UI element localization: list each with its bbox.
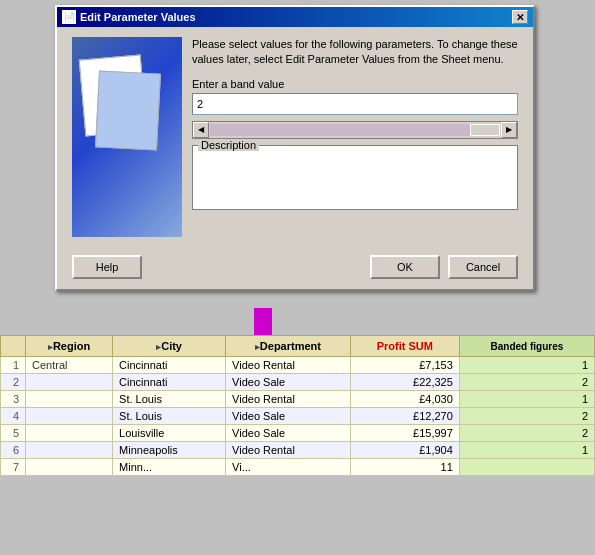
cell-banded: 1	[459, 357, 594, 374]
table-row: 7 Minn... Vi... 11	[1, 459, 595, 476]
data-table: ▸ Region ▸ City ▸ Department Profit SUM …	[0, 335, 595, 476]
table-row: 6 Minneapolis Video Rental £1,904 1	[1, 442, 595, 459]
cell-city: Minn...	[113, 459, 226, 476]
cell-rownum: 4	[1, 408, 26, 425]
sort-icon: ▸	[156, 342, 161, 352]
cell-region	[26, 425, 113, 442]
table-body: 1 Central Cincinnati Video Rental £7,153…	[1, 357, 595, 476]
cell-rownum: 5	[1, 425, 26, 442]
cell-region	[26, 459, 113, 476]
scroll-left-button[interactable]: ◀	[193, 122, 209, 138]
cell-department: Video Sale	[226, 408, 351, 425]
cancel-button[interactable]: Cancel	[448, 255, 518, 279]
cell-city: Minneapolis	[113, 442, 226, 459]
cell-department: Video Rental	[226, 391, 351, 408]
description-group: Description	[192, 145, 518, 210]
cell-banded: 1	[459, 391, 594, 408]
cell-banded: 2	[459, 374, 594, 391]
col-header-department[interactable]: ▸ Department	[226, 336, 351, 357]
col-header-banded: Banded figures	[459, 336, 594, 357]
dialog-title: Edit Parameter Values	[80, 11, 196, 23]
cell-department: Video Rental	[226, 442, 351, 459]
dialog-buttons: Help OK Cancel	[57, 247, 533, 289]
input-label: Enter a band value	[192, 78, 518, 90]
table-row: 1 Central Cincinnati Video Rental £7,153…	[1, 357, 595, 374]
cell-banded: 1	[459, 442, 594, 459]
cell-department: Vi...	[226, 459, 351, 476]
dialog-content: Please select values for the following p…	[192, 37, 518, 237]
sort-icon: ▸	[48, 342, 53, 352]
cell-profit: £12,270	[350, 408, 459, 425]
cell-region	[26, 442, 113, 459]
close-button[interactable]: ✕	[512, 10, 528, 24]
cell-profit: £15,997	[350, 425, 459, 442]
cell-profit: 11	[350, 459, 459, 476]
btn-group-right: OK Cancel	[370, 255, 518, 279]
scroll-thumb	[470, 124, 500, 136]
cell-profit: £1,904	[350, 442, 459, 459]
cell-rownum: 6	[1, 442, 26, 459]
dialog-icon-area	[72, 37, 182, 237]
titlebar-left: 📄 Edit Parameter Values	[62, 10, 196, 24]
cell-profit: £7,153	[350, 357, 459, 374]
title-icon: 📄	[62, 10, 76, 24]
col-header-city[interactable]: ▸ City	[113, 336, 226, 357]
cell-department: Video Sale	[226, 425, 351, 442]
data-table-container: ▸ Region ▸ City ▸ Department Profit SUM …	[0, 335, 595, 555]
cell-region	[26, 408, 113, 425]
edit-parameter-dialog: 📄 Edit Parameter Values ✕ Please select …	[55, 5, 535, 291]
scroll-track[interactable]	[210, 124, 500, 136]
cell-profit: £4,030	[350, 391, 459, 408]
ok-button[interactable]: OK	[370, 255, 440, 279]
band-value-input[interactable]	[192, 93, 518, 115]
col-header-region[interactable]: ▸ Region	[26, 336, 113, 357]
cell-banded: 2	[459, 408, 594, 425]
col-header-profit: Profit SUM	[350, 336, 459, 357]
cell-banded	[459, 459, 594, 476]
table-row: 4 St. Louis Video Sale £12,270 2	[1, 408, 595, 425]
cell-banded: 2	[459, 425, 594, 442]
table-header: ▸ Region ▸ City ▸ Department Profit SUM …	[1, 336, 595, 357]
dialog-description: Please select values for the following p…	[192, 37, 518, 68]
help-button[interactable]: Help	[72, 255, 142, 279]
cell-city: Cincinnati	[113, 374, 226, 391]
scroll-right-button[interactable]: ▶	[501, 122, 517, 138]
dialog-body: Please select values for the following p…	[57, 27, 533, 247]
cell-city: Cincinnati	[113, 357, 226, 374]
cell-city: St. Louis	[113, 391, 226, 408]
col-header-rownum	[1, 336, 26, 357]
cell-rownum: 7	[1, 459, 26, 476]
cell-region	[26, 391, 113, 408]
scrollbar[interactable]: ◀ ▶	[192, 121, 518, 139]
sort-icon: ▸	[255, 342, 260, 352]
cell-department: Video Sale	[226, 374, 351, 391]
cell-department: Video Rental	[226, 357, 351, 374]
table-row: 3 St. Louis Video Rental £4,030 1	[1, 391, 595, 408]
description-legend: Description	[198, 139, 259, 151]
arrow-shaft	[254, 308, 272, 338]
cell-profit: £22,325	[350, 374, 459, 391]
cell-rownum: 3	[1, 391, 26, 408]
table-row: 5 Louisville Video Sale £15,997 2	[1, 425, 595, 442]
cell-region	[26, 374, 113, 391]
table-row: 2 Cincinnati Video Sale £22,325 2	[1, 374, 595, 391]
cell-region: Central	[26, 357, 113, 374]
cell-rownum: 2	[1, 374, 26, 391]
cell-city: St. Louis	[113, 408, 226, 425]
cell-city: Louisville	[113, 425, 226, 442]
dialog-titlebar: 📄 Edit Parameter Values ✕	[57, 7, 533, 27]
cell-rownum: 1	[1, 357, 26, 374]
